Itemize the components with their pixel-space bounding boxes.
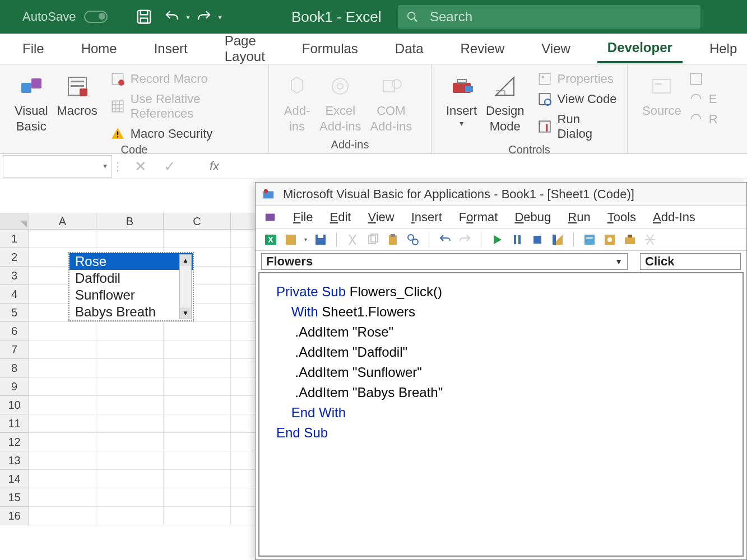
cell[interactable] [96,488,164,507]
cell[interactable] [164,470,231,488]
properties-button[interactable]: Properties [537,72,617,86]
cell[interactable] [96,340,164,359]
cell[interactable] [29,340,96,359]
vbe-menu-file[interactable]: File [293,210,313,225]
copy-icon[interactable] [366,233,379,246]
xml-sub1[interactable] [689,72,718,86]
cell[interactable] [29,359,96,377]
row-header[interactable]: 8 [0,359,29,377]
tab-insert[interactable]: Insert [144,35,198,62]
row-header[interactable]: 4 [0,285,29,304]
tab-data[interactable]: Data [385,35,434,62]
cell[interactable] [96,322,164,340]
cell[interactable] [164,322,231,340]
fx-icon[interactable]: fx [210,159,219,174]
object-browser-icon[interactable] [623,233,637,246]
tab-developer[interactable]: Developer [597,34,683,63]
col-header-b[interactable]: B [96,213,164,229]
cut-icon[interactable] [346,233,359,246]
flowers-listbox[interactable]: Rose Daffodil Sunflower Babys Breath ▲ ▼ [68,252,194,321]
cell[interactable] [29,451,96,470]
row-header[interactable]: 16 [0,507,29,525]
cell[interactable] [164,377,231,396]
cell[interactable] [96,433,164,451]
excel-addins-button[interactable]: Excel Add-ins [315,70,366,134]
view-code-button[interactable]: View Code [537,92,617,106]
cell[interactable] [29,230,96,248]
cell[interactable] [164,451,231,470]
row-header[interactable]: 9 [0,377,29,396]
cell[interactable] [96,507,164,525]
macro-security-button[interactable]: Macro Security [110,127,258,141]
save-icon[interactable] [314,233,327,246]
tab-view[interactable]: View [531,35,581,62]
run-icon[interactable] [490,233,504,246]
cell[interactable] [96,396,164,414]
row-header[interactable]: 7 [0,340,29,359]
toggle-switch-icon[interactable] [84,11,108,23]
row-header[interactable]: 13 [0,451,29,470]
select-all-corner[interactable] [0,213,29,229]
row-header[interactable]: 3 [0,267,29,285]
scrollbar[interactable]: ▲ ▼ [179,254,192,319]
cell[interactable] [164,488,231,507]
cell[interactable] [96,359,164,377]
cell[interactable] [29,414,96,433]
redo-icon[interactable] [193,6,215,28]
scroll-up-icon[interactable]: ▲ [180,255,191,266]
row-header[interactable]: 10 [0,396,29,414]
vbe-title-bar[interactable]: Microsoft Visual Basic for Applications … [256,183,746,206]
insert-button[interactable]: Insert ▾ [442,70,481,128]
dropdown-icon[interactable]: ▾ [304,236,307,242]
vbe-system-icon[interactable] [264,211,276,223]
cell[interactable] [164,396,231,414]
row-header[interactable]: 15 [0,488,29,507]
visual-basic-button[interactable]: Visual Basic [10,70,53,134]
record-macro-button[interactable]: Record Macro [110,72,258,86]
redo-dropdown-icon[interactable]: ▾ [218,12,222,21]
tab-file[interactable]: File [12,35,54,62]
cell[interactable] [29,488,96,507]
list-item[interactable]: Sunflower [69,287,193,304]
row-header[interactable]: 14 [0,470,29,488]
col-header-c[interactable]: C [164,213,231,229]
cell[interactable] [96,230,164,248]
properties-window-icon[interactable] [603,233,616,246]
row-header[interactable]: 2 [0,248,29,267]
break-icon[interactable] [511,233,524,246]
vbe-menu-run[interactable]: Run [568,210,590,225]
paste-icon[interactable] [386,233,400,246]
code-editor[interactable]: Private Sub Flowers_Click() With Sheet1.… [258,272,744,557]
run-dialog-button[interactable]: Run Dialog [537,112,617,141]
cell[interactable] [164,507,231,525]
tab-page-layout[interactable]: Page Layout [215,27,275,70]
cell[interactable] [96,377,164,396]
vbe-menu-debug[interactable]: Debug [514,210,551,225]
cell[interactable] [164,433,231,451]
project-explorer-icon[interactable] [583,233,596,246]
design-mode-icon[interactable] [551,233,564,246]
cell[interactable] [29,433,96,451]
insert-module-icon[interactable] [284,233,298,246]
object-dropdown[interactable]: Flowers ▼ [261,253,628,270]
excel-icon[interactable]: X [264,233,277,246]
list-item[interactable]: Rose [69,253,193,270]
procedure-dropdown[interactable]: Click [640,253,741,270]
cell[interactable] [29,470,96,488]
scroll-down-icon[interactable]: ▼ [180,307,191,319]
addins-button[interactable]: Add- ins [279,70,315,134]
macros-button[interactable]: Macros [53,70,102,119]
undo-icon[interactable] [161,6,183,28]
use-relative-button[interactable]: Use Relative References [110,92,258,121]
enter-icon[interactable]: ✓ [164,158,176,175]
cell[interactable] [29,322,96,340]
cell[interactable] [164,359,231,377]
cell[interactable] [164,230,231,248]
cell[interactable] [29,507,96,525]
cell[interactable] [29,377,96,396]
com-addins-button[interactable]: COM Add-ins [366,70,417,134]
cell[interactable] [164,340,231,359]
reset-icon[interactable] [531,233,544,246]
list-item[interactable]: Babys Breath [69,304,193,320]
xml-sub3[interactable]: R [689,112,718,127]
